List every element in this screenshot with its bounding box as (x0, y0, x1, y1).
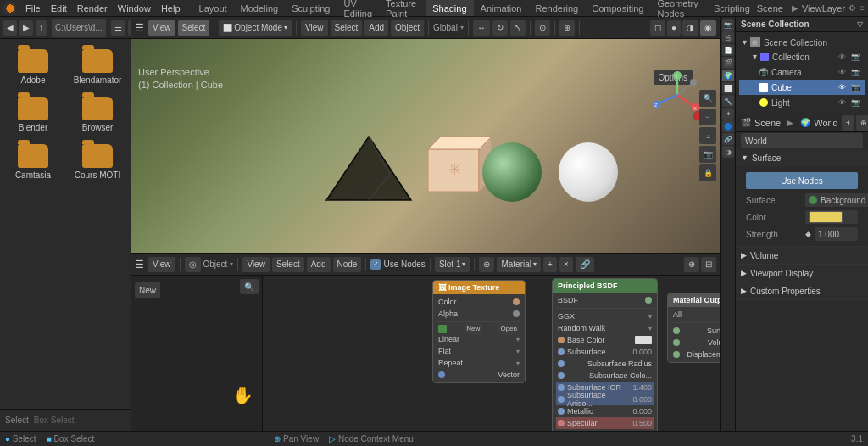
surface-value[interactable]: Background (805, 193, 868, 207)
viewport-menu-icon[interactable]: ☰ (135, 22, 144, 34)
cube-eye-btn[interactable]: 👁 (836, 81, 848, 93)
material-close-btn[interactable]: × (559, 257, 573, 272)
transform-move-btn[interactable]: ↔ (473, 20, 490, 36)
select-btn[interactable]: Select (178, 20, 210, 36)
back-btn[interactable]: ◀ (3, 20, 17, 36)
render-properties-tab[interactable]: 📷 (722, 19, 734, 31)
tab-shading[interactable]: Shading (426, 0, 473, 16)
wireframe-btn[interactable]: ◻ (650, 20, 665, 36)
node-view-btn[interactable]: View (148, 257, 175, 272)
tab-compositing[interactable]: Compositing (585, 0, 650, 16)
gizmo[interactable]: Y X Z (652, 70, 703, 120)
node-add-btn[interactable]: Add (307, 257, 331, 272)
viewport-perspective-btn[interactable]: ⟁ (699, 127, 716, 144)
light-eye-btn[interactable]: 👁 (836, 97, 848, 109)
ggx-dropdown[interactable]: ▾ (648, 313, 652, 321)
camera-eye-btn[interactable]: 👁 (836, 66, 848, 78)
node-settings-btn[interactable]: ⊕ (479, 257, 494, 272)
surface-section-header[interactable]: ▼ Surface (736, 149, 868, 166)
scene-properties-tab[interactable]: 🎬 (722, 57, 734, 69)
node-view-menu-btn[interactable]: View (242, 257, 270, 272)
menu-edit[interactable]: Edit (46, 0, 72, 16)
image-texture-node[interactable]: 🖼 Image Texture Color Alpha (432, 280, 526, 383)
object-mode-btn[interactable]: ⬜ Object Mode (219, 20, 292, 36)
view-menu-btn[interactable]: View (301, 20, 328, 36)
color-value[interactable] (805, 210, 858, 224)
new-image-btn[interactable]: New (464, 323, 482, 335)
folder-browser[interactable]: Browser (68, 93, 127, 136)
folder-adobe[interactable]: Adobe (3, 46, 63, 88)
transform-scale-btn[interactable]: ⤡ (510, 20, 526, 36)
tab-animation[interactable]: Animation (474, 0, 529, 16)
node-node-btn[interactable]: Node (333, 257, 362, 272)
output-properties-tab[interactable]: 🖨 (722, 31, 734, 43)
menu-render[interactable]: Render (72, 0, 113, 16)
material-preview-btn[interactable]: ◑ (682, 20, 698, 36)
node-zoom-btn[interactable]: ⊟ (701, 257, 716, 272)
use-nodes-btn[interactable]: Use Nodes (746, 172, 858, 189)
particles-properties-tab[interactable]: ✦ (722, 108, 734, 120)
global-dropdown-icon[interactable]: ▾ (460, 24, 464, 31)
folder-camtasia[interactable]: Camtasia (3, 141, 63, 183)
constraints-properties-tab[interactable]: 🔗 (722, 133, 734, 145)
material-unlink-btn[interactable]: 🔗 (576, 257, 594, 272)
object-properties-tab[interactable]: ⬜ (722, 82, 734, 94)
tab-layout[interactable]: Layout (192, 0, 234, 16)
parent-btn[interactable]: ↑ (36, 20, 47, 36)
collection-item[interactable]: ▼ Collection 👁 📷 (739, 49, 865, 64)
world-name-btn[interactable]: World (741, 133, 863, 148)
material-dropdown-btn[interactable]: Material (497, 257, 541, 272)
scene-collection-filter-icon[interactable]: ▽ (857, 20, 863, 29)
folder-cours-moti[interactable]: Cours MOTI (68, 141, 127, 183)
camera-item[interactable]: 📷 Camera 👁 📷 (739, 64, 865, 80)
folder-blendamator[interactable]: Blendamator (68, 46, 127, 88)
view-toggle-btn[interactable]: ☰ (111, 20, 125, 36)
collection-render-btn[interactable]: 📷 (849, 51, 861, 63)
menu-window[interactable]: Window (113, 0, 156, 16)
prop-browse-btn[interactable]: ⊕ (856, 115, 868, 131)
settings-icon[interactable]: ⚙ (849, 3, 856, 13)
modifier-properties-tab[interactable]: 🔧 (722, 95, 734, 107)
viewport-lock-btn[interactable]: 🔒 (699, 164, 716, 181)
camera-render-btn[interactable]: 📷 (849, 66, 861, 78)
physics-properties-tab[interactable]: 🔵 (722, 120, 734, 132)
transform-rotate-btn[interactable]: ↻ (492, 20, 508, 36)
node-snap-btn[interactable]: ⊕ (684, 257, 699, 272)
node-menu-icon[interactable]: ☰ (135, 259, 144, 270)
custom-props-header[interactable]: ▶ Custom Properties (736, 282, 868, 299)
solid-btn[interactable]: ● (667, 20, 681, 36)
light-render-btn[interactable]: 📷 (849, 97, 861, 109)
node-content[interactable]: 🖼 Image Texture Color Alpha (131, 276, 720, 431)
cube-render-btn[interactable]: 📷 (849, 81, 861, 93)
linear-dropdown[interactable]: ▾ (516, 336, 520, 343)
viewport-display-header[interactable]: ▶ Viewport Display (736, 265, 868, 282)
collection-root[interactable]: ▼ ⊞ Scene Collection (739, 36, 865, 49)
open-image-btn[interactable]: Open (498, 323, 520, 335)
material-browse-btn[interactable]: + (543, 257, 557, 272)
node-icon-btn[interactable]: ◎ (185, 257, 201, 272)
node-object-dropdown[interactable]: ▾ (230, 260, 233, 268)
snap-btn[interactable]: ⊕ (559, 20, 575, 36)
cube-item[interactable]: Cube 👁 📷 (739, 80, 865, 95)
principled-bsdf-node[interactable]: Principled BSDF BSDF GGX ▾ Ra (552, 278, 658, 431)
thumb-search-btn[interactable]: 🔍 (240, 279, 259, 294)
add-menu-btn[interactable]: Add (364, 20, 388, 36)
forward-btn[interactable]: ▶ (19, 20, 33, 36)
rendered-btn[interactable]: ◉ (700, 20, 716, 36)
menu-help[interactable]: Help (156, 0, 186, 16)
tab-rendering[interactable]: Rendering (528, 0, 585, 16)
light-item[interactable]: Light 👁 📷 (739, 95, 865, 110)
viewport-background[interactable]: User Perspective (1) Collection | Cube O… (131, 39, 720, 253)
tab-sculpting[interactable]: Sculpting (285, 0, 337, 16)
viewport-camera-btn[interactable]: 📷 (699, 146, 716, 163)
collection-eye-btn[interactable]: 👁 (836, 51, 848, 63)
node-new-btn[interactable]: New (135, 282, 160, 298)
view-layer-properties-tab[interactable]: 📄 (722, 44, 734, 56)
volume-section-header[interactable]: ▶ Volume (736, 247, 868, 264)
menu-file[interactable]: File (20, 0, 46, 16)
proportional-btn[interactable]: ⊙ (535, 20, 550, 36)
random-walk-dropdown[interactable]: ▾ (648, 325, 652, 332)
viewport-zoom-out-btn[interactable]: − (699, 109, 716, 125)
slot-dropdown-btn[interactable]: Slot 1 (435, 257, 470, 272)
material-properties-tab[interactable]: ◑ (722, 146, 734, 158)
